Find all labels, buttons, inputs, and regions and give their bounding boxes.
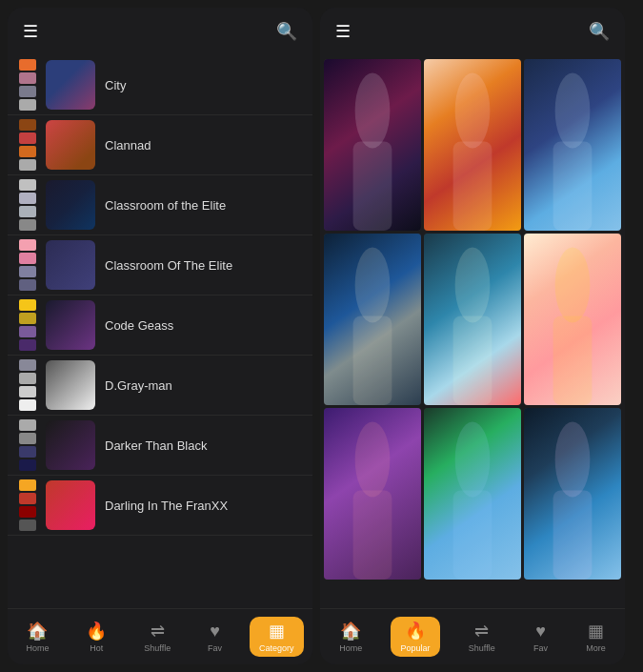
anime-thumbnail bbox=[46, 180, 95, 230]
color-swatch bbox=[19, 386, 36, 397]
color-swatch bbox=[19, 399, 36, 411]
grid-cell[interactable] bbox=[424, 59, 521, 231]
left-nav-btn-category[interactable]: ▦Category bbox=[250, 617, 304, 657]
wallpaper-art bbox=[324, 408, 421, 580]
right-nav-btn-shuffle[interactable]: ⇌Shuffle bbox=[459, 617, 505, 657]
svg-point-4 bbox=[555, 72, 591, 148]
wallpaper-grid-area bbox=[320, 55, 625, 608]
right-bottom-nav: 🏠Home🔥Popular⇌Shuffle♥Fav▦More bbox=[320, 608, 625, 664]
wallpaper-grid bbox=[324, 59, 621, 604]
color-swatch bbox=[19, 506, 36, 518]
grid-cell[interactable] bbox=[424, 408, 521, 580]
nav-icon: 🔥 bbox=[405, 621, 426, 641]
search-icon-right[interactable]: 🔍 bbox=[589, 21, 610, 42]
wallpaper-art bbox=[324, 234, 421, 405]
color-swatch bbox=[19, 206, 36, 217]
left-header: ☰ 🔍 bbox=[8, 8, 312, 55]
left-nav-btn-fav[interactable]: ♥Fav bbox=[198, 618, 231, 657]
nav-icon: 🏠 bbox=[27, 621, 48, 641]
anime-thumbnail bbox=[46, 60, 95, 110]
color-swatch bbox=[19, 239, 36, 251]
wallpaper-art bbox=[424, 408, 521, 580]
color-swatches bbox=[19, 179, 36, 231]
color-swatch bbox=[19, 433, 36, 444]
anime-thumbnail bbox=[46, 240, 95, 290]
nav-icon: ♥ bbox=[210, 621, 220, 641]
anime-list-item[interactable]: Classroom Of The Elite bbox=[8, 235, 312, 295]
anime-name-label: Clannad bbox=[105, 138, 151, 153]
svg-point-0 bbox=[355, 72, 391, 148]
anime-list-item[interactable]: Classroom of the Elite bbox=[8, 175, 312, 235]
anime-name-label: Classroom of the Elite bbox=[105, 198, 226, 213]
color-swatch bbox=[19, 326, 36, 337]
nav-icon: ▦ bbox=[588, 621, 604, 641]
grid-cell[interactable] bbox=[324, 234, 421, 405]
color-swatch bbox=[19, 279, 36, 291]
anime-name-label: Darker Than Black bbox=[105, 438, 207, 453]
nav-icon: ▦ bbox=[269, 621, 285, 641]
anime-list-item[interactable]: Clannad bbox=[8, 115, 312, 175]
anime-list-item[interactable]: City bbox=[8, 55, 312, 115]
grid-cell[interactable] bbox=[524, 59, 621, 231]
left-nav-btn-shuffle[interactable]: ⇌Shuffle bbox=[134, 617, 180, 657]
left-bottom-nav: 🏠Home🔥Hot⇌Shuffle♥Fav▦Category bbox=[8, 608, 312, 664]
color-swatch bbox=[19, 339, 36, 351]
color-swatch bbox=[19, 146, 36, 157]
right-nav-btn-popular[interactable]: 🔥Popular bbox=[391, 617, 439, 657]
nav-label: Hot bbox=[90, 643, 103, 653]
color-swatches bbox=[19, 359, 36, 411]
nav-label: Category bbox=[259, 643, 294, 653]
nav-icon: 🏠 bbox=[340, 621, 361, 641]
search-icon-left[interactable]: 🔍 bbox=[276, 21, 297, 42]
color-swatch bbox=[19, 419, 36, 431]
svg-rect-15 bbox=[453, 490, 492, 580]
anime-list-item[interactable]: D.Gray-man bbox=[8, 356, 312, 416]
wallpaper-art bbox=[424, 59, 521, 231]
wallpaper-art bbox=[524, 59, 621, 231]
color-swatch bbox=[19, 266, 36, 277]
menu-icon-right[interactable]: ☰ bbox=[335, 21, 351, 42]
svg-rect-11 bbox=[553, 316, 593, 405]
color-swatches bbox=[19, 479, 36, 531]
color-swatch bbox=[19, 373, 36, 384]
svg-rect-7 bbox=[353, 316, 392, 405]
right-nav-btn-fav[interactable]: ♥Fav bbox=[524, 618, 557, 657]
nav-label: Home bbox=[339, 643, 362, 653]
anime-thumbnail bbox=[46, 300, 95, 350]
color-swatch bbox=[19, 86, 36, 97]
color-swatches bbox=[19, 119, 36, 171]
grid-cell[interactable] bbox=[524, 408, 621, 580]
color-swatch bbox=[19, 72, 36, 84]
anime-thumbnail bbox=[46, 120, 95, 170]
svg-point-10 bbox=[555, 247, 591, 322]
left-panel: ☰ 🔍 CityClannadClassroom of the EliteCla… bbox=[8, 8, 312, 664]
grid-cell[interactable] bbox=[324, 59, 421, 231]
grid-cell[interactable] bbox=[324, 408, 421, 580]
nav-label: Shuffle bbox=[469, 643, 495, 653]
color-swatches bbox=[19, 239, 36, 291]
wallpaper-art bbox=[424, 234, 521, 405]
left-nav-btn-hot[interactable]: 🔥Hot bbox=[76, 617, 116, 657]
svg-point-14 bbox=[455, 421, 491, 497]
left-nav-btn-home[interactable]: 🏠Home bbox=[16, 617, 58, 657]
anime-list-item[interactable]: Code Geass bbox=[8, 295, 312, 356]
right-nav-btn-more[interactable]: ▦More bbox=[576, 617, 615, 657]
color-swatch bbox=[19, 99, 36, 111]
right-header: ☰ 🔍 bbox=[320, 8, 625, 55]
menu-icon-left[interactable]: ☰ bbox=[23, 21, 38, 42]
color-swatch bbox=[19, 479, 36, 491]
anime-thumbnail bbox=[46, 360, 95, 410]
anime-list-item[interactable]: Darker Than Black bbox=[8, 416, 312, 476]
anime-name-label: Darling In The FranXX bbox=[105, 499, 228, 513]
anime-list-item[interactable]: Darling In The FranXX bbox=[8, 476, 312, 536]
color-swatch bbox=[19, 119, 36, 131]
right-panel: ☰ 🔍 🏠Home🔥Popular⇌Shuffle♥Fav▦More bbox=[320, 8, 625, 664]
grid-cell[interactable] bbox=[424, 234, 521, 405]
nav-icon: ⇌ bbox=[474, 621, 489, 641]
grid-cell[interactable] bbox=[524, 234, 621, 405]
anime-name-label: City bbox=[105, 78, 126, 92]
color-swatch bbox=[19, 446, 36, 458]
svg-point-8 bbox=[455, 247, 491, 322]
right-nav-btn-home[interactable]: 🏠Home bbox=[330, 617, 372, 657]
nav-label: Popular bbox=[400, 643, 430, 653]
